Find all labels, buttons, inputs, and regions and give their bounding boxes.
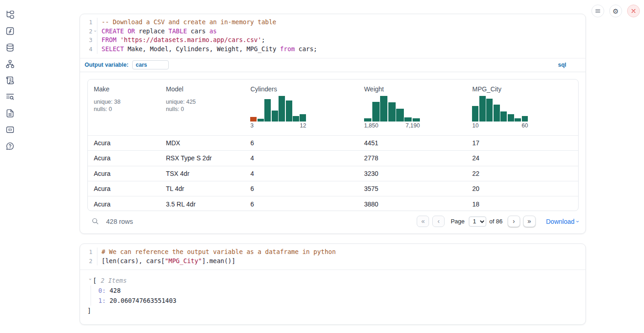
table-row[interactable]: Acura3.5 RL 4dr6388018	[88, 196, 578, 211]
snippets-icon[interactable]	[5, 124, 16, 135]
fold-chevron-icon[interactable]: ›	[93, 30, 97, 32]
output-variable-row: Output variable: sql	[80, 58, 585, 72]
cylinders-histogram: 3 12	[250, 96, 306, 129]
histogram-bar[interactable]	[264, 99, 271, 122]
hist-min-label: 10	[472, 122, 478, 129]
histogram-bar[interactable]	[472, 106, 478, 122]
table-body: AcuraMDX6445117AcuraRSX Type S 2dr427782…	[88, 135, 578, 211]
sql-output-area: Make unique: 38 nulls: 0 Model unique: 4…	[80, 72, 585, 232]
histogram-bar[interactable]	[286, 100, 292, 122]
histogram-bar[interactable]	[300, 114, 306, 122]
histogram-bar[interactable]	[258, 119, 264, 122]
database-icon[interactable]	[5, 42, 16, 53]
cell-mpg_city: 20	[466, 185, 578, 192]
output-variable-input[interactable]	[132, 60, 169, 69]
documentation-icon[interactable]	[5, 108, 16, 119]
cell-make: Acura	[88, 185, 160, 192]
python-output-tree: › [ 2 Items 0: 428 1: 20.060747663551403…	[80, 270, 585, 316]
histogram-bar[interactable]	[279, 96, 285, 122]
histogram-bar[interactable]	[364, 118, 371, 122]
histogram-bar[interactable]	[396, 109, 403, 121]
prev-page-button[interactable]: ‹	[432, 216, 445, 227]
scratchpad-icon[interactable]	[5, 75, 16, 86]
hist-min-label: 1,850	[364, 122, 378, 129]
row-count-label: 428 rows	[106, 218, 133, 225]
next-page-button[interactable]: ›	[508, 216, 520, 227]
cell-mpg_city: 24	[466, 154, 578, 162]
column-header-make[interactable]: Make unique: 38 nulls: 0	[88, 79, 160, 135]
line-number: 2›	[80, 27, 92, 36]
page-select[interactable]: 1	[469, 217, 486, 227]
file-tree-icon[interactable]	[5, 9, 16, 20]
language-badge: sql	[558, 62, 566, 68]
histogram-bar[interactable]	[522, 116, 528, 122]
first-page-button[interactable]: «	[417, 216, 429, 227]
histogram-bar[interactable]	[272, 111, 278, 122]
histogram-bar[interactable]	[500, 111, 507, 122]
logs-search-icon[interactable]	[5, 91, 16, 102]
cell-cylinders: 4	[244, 170, 358, 177]
list-item: 1: 20.060747663551403	[98, 296, 578, 306]
histogram-bar[interactable]	[479, 96, 486, 122]
help-icon[interactable]	[5, 141, 16, 152]
table-header: Make unique: 38 nulls: 0 Model unique: 4…	[88, 79, 578, 135]
histogram-bar[interactable]	[250, 117, 257, 122]
sql-code-editor[interactable]: 1-- Download a CSV and create an in-memo…	[80, 14, 585, 58]
data-table: Make unique: 38 nulls: 0 Model unique: 4…	[87, 79, 579, 211]
cell-cylinders: 6	[244, 139, 358, 147]
column-header-model[interactable]: Model unique: 425 nulls: 0	[160, 79, 245, 135]
histogram-bar[interactable]	[404, 117, 412, 122]
sidebar	[0, 0, 20, 333]
cell-weight: 3880	[358, 201, 467, 208]
histogram-bar[interactable]	[494, 105, 500, 122]
table-row[interactable]: AcuraMDX6445117	[88, 135, 578, 150]
of-pages-label: of 86	[489, 218, 503, 225]
code-line[interactable]: 3FROM 'https://datasets.marimo.app/cars.…	[80, 36, 585, 45]
histogram-bar[interactable]	[413, 118, 420, 122]
histogram-bar[interactable]	[380, 96, 387, 122]
python-code-editor[interactable]: 1# We can reference the output variable …	[80, 244, 585, 270]
histogram-bar[interactable]	[293, 116, 299, 122]
search-icon[interactable]	[91, 217, 99, 225]
histogram-bar[interactable]	[372, 102, 380, 122]
table-row[interactable]: AcuraRSX Type S 2dr4277824	[88, 150, 578, 165]
sql-cell: 1-- Download a CSV and create an in-memo…	[80, 14, 586, 234]
nulls-stat: nulls: 0	[166, 106, 245, 113]
column-header-weight[interactable]: Weight 1,850 7,190	[358, 79, 467, 135]
line-number: 1	[80, 18, 92, 27]
cell-mpg_city: 22	[466, 170, 578, 177]
download-button[interactable]: Download ›	[546, 218, 579, 225]
histogram-bar[interactable]	[388, 102, 396, 121]
table-row[interactable]: AcuraTL 4dr6357520	[88, 181, 578, 196]
cell-cylinders: 6	[244, 185, 358, 192]
code-line[interactable]: 1# We can reference the output variable …	[80, 248, 585, 257]
last-page-button[interactable]: »	[523, 216, 536, 227]
close-icon[interactable]	[627, 5, 640, 17]
histogram-bar[interactable]	[486, 99, 493, 122]
weight-histogram: 1,850 7,190	[364, 96, 420, 129]
menu-icon[interactable]	[591, 5, 604, 17]
unique-stat: unique: 425	[166, 98, 245, 106]
code-line[interactable]: 2[len(cars), cars["MPG_City"].mean()]	[80, 257, 585, 266]
table-row[interactable]: AcuraTSX 4dr4323022	[88, 166, 578, 181]
histogram-bar[interactable]	[515, 118, 521, 122]
column-header-mpg-city[interactable]: MPG_City 10 60	[466, 79, 578, 135]
collapse-toggle-icon[interactable]: ›	[85, 278, 95, 283]
code-line[interactable]: 1-- Download a CSV and create an in-memo…	[80, 18, 585, 27]
cell-weight: 3575	[358, 185, 467, 192]
cell-make: Acura	[88, 201, 160, 208]
code-line[interactable]: 4SELECT Make, Model, Cylinders, Weight, …	[80, 45, 585, 54]
cell-model: 3.5 RL 4dr	[160, 201, 245, 208]
column-header-cylinders[interactable]: Cylinders 3 12	[244, 79, 358, 135]
function-icon[interactable]	[5, 26, 16, 37]
line-number: 3	[80, 36, 92, 45]
settings-gear-icon[interactable]: ⚙	[609, 5, 622, 17]
cell-model: TSX 4dr	[160, 170, 245, 177]
table-footer: 428 rows « ‹ Page 1 of 86 › » Download ›	[87, 211, 579, 232]
nulls-stat: nulls: 0	[94, 106, 160, 113]
unique-stat: unique: 38	[94, 98, 160, 106]
close-bracket: ]	[87, 306, 578, 316]
histogram-bar[interactable]	[508, 114, 514, 122]
dependency-graph-icon[interactable]	[5, 58, 16, 69]
code-line[interactable]: 2›CREATE OR replace TABLE cars as	[80, 27, 585, 36]
